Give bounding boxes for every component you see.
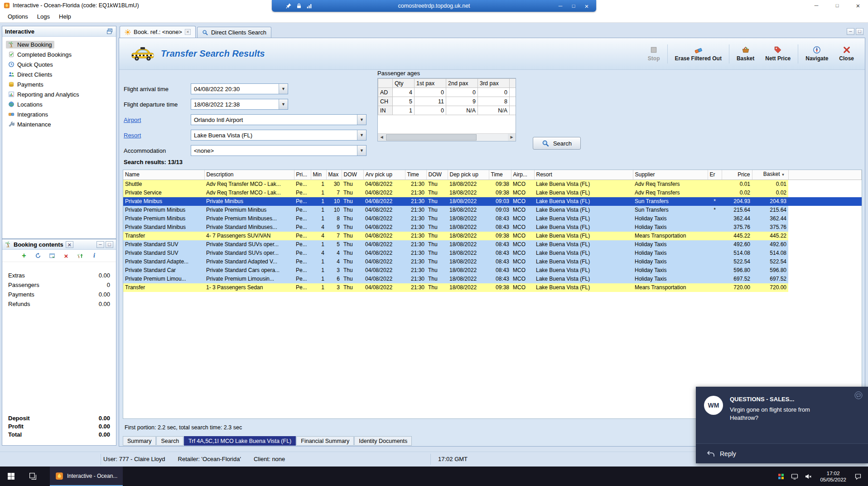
stop-button[interactable]: Stop — [643, 44, 665, 63]
window-minimize-button[interactable]: ─ — [805, 0, 826, 11]
pax-cell[interactable]: N/A — [478, 106, 510, 115]
flight-departure-time-field[interactable]: 18/08/2022 12:38▼ — [191, 99, 288, 110]
scroll-right-button[interactable]: ▶ — [508, 134, 516, 141]
results-table[interactable]: NameDescriptionPri...MinMaxDOWArv pick u… — [123, 170, 862, 292]
window-close-button[interactable]: × — [847, 0, 868, 11]
booking-contents-row[interactable]: Payments0.00 — [2, 290, 116, 299]
bottom-tab-financial-summary[interactable]: Financial Summary — [296, 436, 354, 446]
resort-field[interactable]: Lake Buena Vista (FL)▼ — [191, 130, 366, 141]
restore-window-icon[interactable] — [106, 28, 113, 35]
column-header-min[interactable]: Min — [311, 170, 326, 180]
results-row[interactable]: Private Standard MinibusPrivate Standard… — [123, 223, 862, 232]
basket-button[interactable]: Basket — [732, 44, 759, 63]
column-header-supplier[interactable]: Supplier — [633, 170, 708, 180]
passenger-ages-scrollbar[interactable]: ◀ ▶ — [378, 133, 516, 141]
pax-cell[interactable]: 4 — [393, 88, 415, 97]
bottom-tab-summary[interactable]: Summary — [123, 436, 156, 446]
sidebar-item-new-booking[interactable]: New Booking — [5, 39, 114, 49]
sidebar-item-maintenance[interactable]: Maintenance — [5, 119, 114, 129]
booking-contents-close-button[interactable]: × — [66, 241, 73, 248]
column-header-max[interactable]: Max — [326, 170, 342, 180]
search-button[interactable]: Search — [533, 137, 581, 150]
sidebar-item-direct-clients[interactable]: Direct Clients — [5, 69, 114, 79]
rdp-restore-button[interactable]: □ — [568, 1, 579, 10]
nett-price-button[interactable]: Nett Price — [761, 44, 795, 63]
tray-audio-icon[interactable] — [805, 473, 812, 480]
bottom-tab-search[interactable]: Search — [156, 436, 183, 446]
airport-field[interactable]: Orlando Intl Airport▼ — [191, 114, 366, 125]
start-button[interactable] — [0, 467, 22, 486]
pax-cell[interactable]: 9 — [446, 97, 478, 106]
tab-direct-clients-search[interactable]: Direct Clients Search — [197, 27, 271, 38]
results-row[interactable]: Transfer4- 7 Passengers SUV/VANPe...47Th… — [123, 232, 862, 240]
booking-tool-add-icon[interactable]: + — [20, 252, 28, 260]
airport-label[interactable]: Airport — [124, 117, 191, 123]
dropdown-button[interactable]: ▼ — [357, 146, 366, 156]
booking-tool-window-icon[interactable] — [48, 252, 56, 260]
notification-reply-button[interactable]: Reply — [696, 443, 868, 463]
panel-minimize-button[interactable]: ─ — [96, 241, 104, 248]
tab-book-ref-none[interactable]: Book. ref.: <none>× — [120, 26, 196, 38]
booking-contents-row[interactable]: Passengers0 — [2, 280, 116, 290]
panel-minimize-button[interactable]: ─ — [847, 28, 854, 35]
sidebar-item-completed-bookings[interactable]: Completed Bookings — [5, 49, 114, 59]
tray-display-icon[interactable] — [791, 473, 798, 480]
sidebar-item-locations[interactable]: Locations — [5, 99, 114, 109]
flight-arrival-time-field[interactable]: 04/08/2022 20:30▼ — [191, 83, 288, 94]
menu-help[interactable]: Help — [55, 12, 75, 21]
booking-tool-export-icon[interactable] — [76, 252, 84, 260]
column-header-dep-pick-up[interactable]: Dep pick up — [448, 170, 489, 180]
column-header-time[interactable]: Time — [405, 170, 426, 180]
column-header-basket[interactable]: Basket▼ — [752, 170, 788, 180]
close-button[interactable]: Close — [834, 44, 858, 63]
dropdown-button[interactable]: ▼ — [279, 99, 288, 109]
task-view-button[interactable] — [22, 467, 43, 486]
results-row[interactable]: Private ServiceAdv Req Transfer MCO - La… — [123, 189, 862, 197]
passenger-ages-table[interactable]: Qty1st pax2nd pax3rd paxAD4000CH51198IN1… — [378, 78, 516, 115]
column-header-dow[interactable]: DOW — [342, 170, 363, 180]
results-row[interactable]: Private Premium Limou...Private Premium … — [123, 275, 862, 283]
column-header-arv-pick-up[interactable]: Arv pick up — [363, 170, 405, 180]
resort-label[interactable]: Resort — [124, 132, 191, 139]
pax-cell[interactable]: N/A — [446, 106, 478, 115]
results-row[interactable]: ShuttleAdv Req Transfer MCO - Lak...Pe..… — [123, 180, 862, 189]
results-row[interactable]: Private Standard Adapte...Private Standa… — [123, 258, 862, 266]
dropdown-button[interactable]: ▼ — [357, 130, 366, 140]
sidebar-item-quick-quotes[interactable]: Quick Quotes — [5, 59, 114, 69]
rdp-minimize-button[interactable]: ─ — [555, 1, 566, 10]
booking-tool-info-icon[interactable]: i — [90, 252, 98, 260]
results-row[interactable]: Private Standard SUVPrivate Standard SUV… — [123, 249, 862, 258]
accommodation-field[interactable]: <none>▼ — [191, 145, 366, 156]
dropdown-button[interactable]: ▼ — [357, 115, 366, 125]
tab-close-icon[interactable]: × — [185, 29, 191, 35]
panel-maximize-button[interactable]: □ — [106, 241, 113, 248]
taskbar-clock[interactable]: 17:02 05/05/2022 — [818, 470, 848, 483]
scroll-left-button[interactable]: ◀ — [378, 134, 386, 141]
pax-cell[interactable]: 1 — [393, 106, 415, 115]
column-header-price[interactable]: Price — [722, 170, 752, 180]
results-row[interactable]: Private Premium MinibusPrivate Premium M… — [123, 206, 862, 214]
column-header-name[interactable]: Name — [123, 170, 204, 180]
tray-hidden-icons-icon[interactable] — [777, 473, 785, 480]
pax-cell[interactable]: 0 — [415, 106, 446, 115]
taskbar-app-button[interactable]: Interactive - Ocean... — [50, 467, 123, 486]
pax-cell[interactable]: 0 — [415, 88, 446, 97]
column-header-dow[interactable]: DOW — [426, 170, 448, 180]
bottom-tab-trf-4a-5c-1i-mco-lake-buena-vista-fl[interactable]: Trf 4A,5C,1I MCO Lake Buena Vista (FL) — [184, 436, 296, 446]
column-header-resort[interactable]: Resort — [534, 170, 633, 180]
pax-cell[interactable]: 5 — [393, 97, 415, 106]
column-header-pri[interactable]: Pri... — [294, 170, 311, 180]
column-header-er[interactable]: Er — [708, 170, 722, 180]
rdp-close-button[interactable]: × — [581, 1, 593, 10]
menu-logs[interactable]: Logs — [33, 12, 54, 21]
results-row[interactable]: Transfer1- 3 Passengers SedanPe...13Thu0… — [123, 283, 862, 292]
pax-cell[interactable]: 0 — [478, 88, 510, 97]
scrollbar-thumb[interactable] — [386, 134, 477, 141]
pin-icon[interactable] — [285, 3, 292, 9]
booking-tool-delete-icon[interactable]: × — [62, 252, 70, 260]
column-header-time[interactable]: Time — [489, 170, 511, 180]
column-header-airp[interactable]: Airp... — [511, 170, 534, 180]
erase-filtered-out-button[interactable]: Erase Filtered Out — [670, 44, 726, 63]
results-row[interactable]: Private Premium MinibusPrivate Premium M… — [123, 214, 862, 223]
pax-cell[interactable]: 0 — [446, 88, 478, 97]
